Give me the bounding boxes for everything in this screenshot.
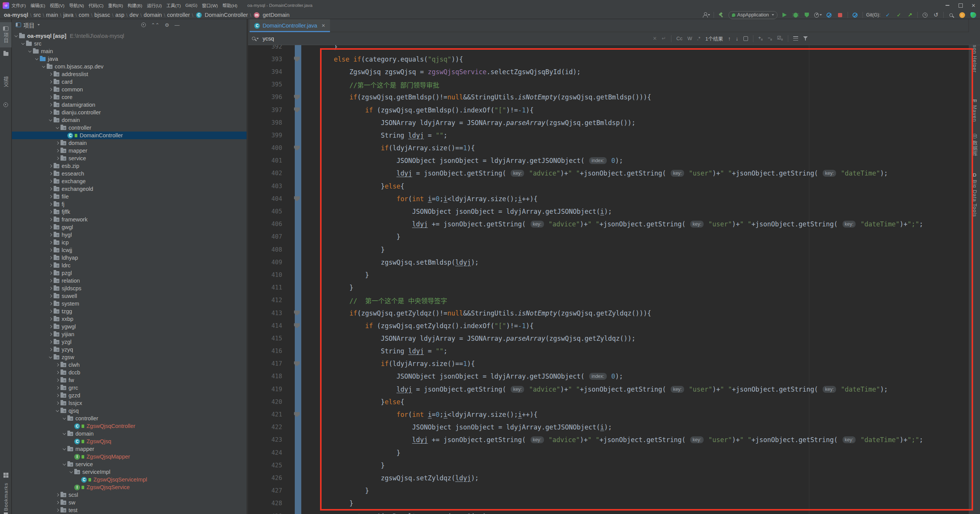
tree-chevron-icon[interactable] [47, 96, 54, 98]
line-number[interactable]: 419 [248, 386, 282, 393]
tree-chevron-icon[interactable] [47, 356, 54, 358]
line-number[interactable]: 414 [248, 322, 282, 329]
match-case-toggle[interactable]: Cc [676, 36, 683, 41]
tree-row-fj[interactable]: fj [12, 200, 247, 208]
menu-v[interactable]: 视图(V) [47, 0, 67, 11]
tree-row-ldrc[interactable]: ldrc [12, 262, 247, 269]
tool-window-structure[interactable] [0, 102, 11, 107]
tree-chevron-icon[interactable] [47, 188, 54, 190]
debug-button[interactable] [792, 11, 800, 19]
tree-row-mapper[interactable]: mapper [12, 147, 247, 155]
fold-marker-icon[interactable] [294, 95, 300, 100]
tree-row-zgsw[interactable]: zgsw [12, 353, 247, 361]
line-number[interactable]: 404 [248, 195, 282, 202]
tree-row-service[interactable]: service [12, 460, 247, 468]
rollback-icon[interactable]: ↺ [932, 11, 940, 19]
tree-chevron-icon[interactable] [47, 287, 54, 290]
gutter-fold-column[interactable] [282, 116, 302, 129]
tree-row-scsl[interactable]: scsl [12, 491, 247, 499]
git-commit-button[interactable]: ✓ [895, 11, 903, 19]
gutter-fold-column[interactable] [282, 180, 302, 192]
gutter-fold-column[interactable] [282, 129, 302, 142]
tree-chevron-icon[interactable] [54, 402, 60, 404]
tree-row-ygwgl[interactable]: ygwgl [12, 323, 247, 330]
tool-window-bookmarks[interactable]: Bookmarks [0, 483, 11, 514]
tree-row-sw[interactable]: sw [12, 499, 247, 506]
gutter-fold-column[interactable] [282, 53, 302, 65]
line-number[interactable]: 397 [248, 107, 282, 114]
line-number[interactable]: 428 [248, 500, 282, 507]
tree-chevron-icon[interactable] [47, 318, 54, 320]
tree-chevron-icon[interactable] [54, 150, 60, 152]
tree-chevron-icon[interactable] [47, 165, 54, 167]
gutter-fold-column[interactable] [282, 307, 302, 319]
tree-row-gzzd[interactable]: gzzd [12, 392, 247, 399]
tree-row-ZgswQjsqController[interactable]: CZgswQjsqController [12, 422, 247, 430]
gutter-fold-column[interactable] [282, 205, 302, 218]
breadcrumb-method[interactable]: getDomain [261, 12, 291, 18]
breadcrumb-item-controller[interactable]: controller [166, 12, 192, 18]
tree-chevron-icon[interactable] [47, 180, 54, 182]
tree-row-test[interactable]: test [12, 506, 247, 514]
tree-row-src[interactable]: src [12, 40, 247, 47]
tool-window-folder[interactable] [0, 52, 11, 56]
tool-window-json-helper[interactable]: Json Helper [969, 42, 980, 73]
line-number[interactable]: 396 [248, 94, 282, 101]
line-number[interactable]: 392 [248, 45, 282, 50]
breadcrumb-item-bjsasc[interactable]: bjsasc [93, 12, 112, 18]
menu-gitg[interactable]: Git(G) [183, 0, 199, 11]
line-number[interactable]: 423 [248, 436, 282, 443]
whole-words-toggle[interactable]: W [688, 36, 692, 41]
line-number[interactable]: 415 [248, 335, 282, 342]
tree-chevron-icon[interactable] [54, 394, 60, 397]
menu-f[interactable]: 文件(F) [9, 0, 28, 11]
line-number[interactable]: 411 [248, 284, 282, 291]
tree-chevron-icon[interactable] [47, 111, 54, 114]
tree-chevron-icon[interactable] [47, 81, 54, 83]
gutter-fold-column[interactable] [282, 243, 302, 256]
tool-window-project[interactable]: 项目 [0, 22, 11, 47]
gear-icon[interactable]: ⚙ [165, 22, 169, 28]
gutter-fold-column[interactable] [282, 383, 302, 395]
intellij-logo-icon[interactable] [3, 2, 9, 9]
tree-row-core[interactable]: core [12, 93, 247, 101]
gutter-fold-column[interactable] [282, 446, 302, 459]
line-number[interactable]: 410 [248, 272, 282, 278]
fold-marker-icon[interactable] [294, 323, 300, 328]
tree-chevron-icon[interactable] [20, 43, 26, 44]
gutter-fold-column[interactable] [282, 91, 302, 104]
tree-chevron-icon[interactable] [47, 257, 54, 259]
tree-chevron-icon[interactable] [47, 280, 54, 282]
tree-chevron-icon[interactable] [13, 35, 19, 37]
hide-panel-icon[interactable]: — [175, 22, 180, 28]
menu-w[interactable]: 窗口(W) [200, 0, 220, 11]
tree-row-gwgl[interactable]: gwgl [12, 223, 247, 231]
build-hammer-icon[interactable] [717, 11, 725, 19]
tree-row-yzyq[interactable]: yzyq [12, 346, 247, 353]
project-panel-header[interactable]: 项目 ⌃⌃ ⚙ — [12, 19, 247, 31]
editor-area[interactable]: C DomainController.java ✕ ycsq ✕ ↵ Cc W … [248, 19, 980, 514]
tree-chevron-icon[interactable] [61, 448, 67, 450]
tree-chevron-icon[interactable] [47, 272, 54, 274]
tree-chevron-icon[interactable] [47, 195, 54, 198]
tree-row-mapper[interactable]: mapper [12, 445, 247, 453]
line-number[interactable]: 407 [248, 233, 282, 240]
line-number[interactable]: 421 [248, 411, 282, 418]
menu-b[interactable]: 构建(B) [125, 0, 144, 11]
tab-close-icon[interactable]: ✕ [322, 23, 325, 28]
tree-chevron-icon[interactable] [33, 58, 40, 60]
previous-occurrence-icon[interactable]: ↑ [728, 36, 731, 42]
minimize-icon[interactable] [941, 0, 954, 11]
update-available-icon[interactable]: ↑ [958, 11, 966, 19]
line-number[interactable]: 425 [248, 462, 282, 469]
tree-chevron-icon[interactable] [47, 218, 54, 221]
gutter-fold-column[interactable] [282, 45, 302, 53]
tree-chevron-icon[interactable] [54, 509, 60, 511]
regex-toggle[interactable]: .* [697, 36, 701, 41]
locate-file-icon[interactable] [141, 23, 146, 27]
tree-row-addresslist[interactable]: addresslist [12, 70, 247, 78]
breadcrumb-item-src[interactable]: src [32, 12, 42, 18]
gutter-fold-column[interactable] [282, 192, 302, 205]
gutter-fold-column[interactable] [282, 345, 302, 358]
tree-chevron-icon[interactable] [68, 471, 74, 473]
